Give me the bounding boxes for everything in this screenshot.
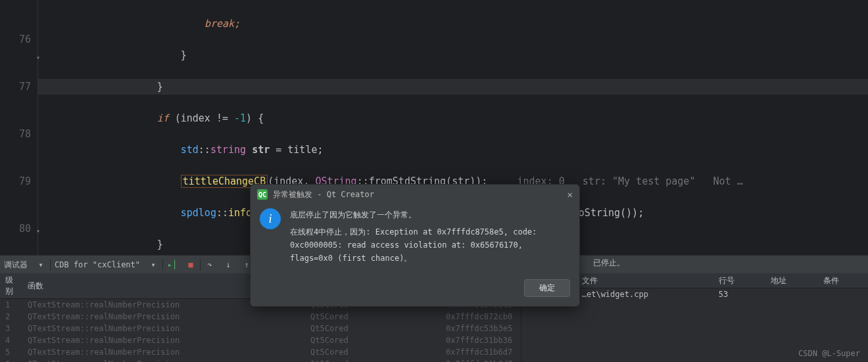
dialog-message: 底层停止了因为它触发了一个异常。 在线程4中停止，因为: Exception a…	[290, 208, 570, 265]
step-into-icon[interactable]: ↓	[219, 260, 237, 269]
stack-frame[interactable]: 2QTextStream::realNumberPrecisionQt5Core…	[0, 311, 519, 323]
continue-icon[interactable]: ▸⎮	[163, 260, 181, 269]
stack-frame[interactable]: 4QTextStream::realNumberPrecisionQt5Core…	[0, 334, 519, 346]
stack-frame[interactable]: 6QTextStream::realNumberPrecisionQt5Core…	[0, 358, 519, 362]
watermark: CSDN @L-Super	[798, 349, 860, 358]
stack-frame[interactable]: 5QTextStream::realNumberPrecisionQt5Core…	[0, 346, 519, 358]
debugger-combo[interactable]: CDB for "cxClient"	[51, 260, 144, 269]
col-file[interactable]: 文件	[574, 273, 711, 288]
qtcreator-icon: QC	[257, 189, 268, 200]
line-number: 77	[0, 79, 31, 95]
debugger-label: 调试器	[0, 260, 32, 271]
step-over-icon[interactable]: ↷	[201, 260, 219, 269]
dialog-title: 异常被触发 - Qt Creator	[273, 189, 374, 200]
line-number: 79▾	[0, 173, 31, 189]
chevron-down-icon[interactable]: ▾	[32, 260, 50, 269]
exception-dialog: QC 异常被触发 - Qt Creator ✕ i 底层停止了因为它触发了一个异…	[250, 184, 580, 307]
chevron-down-icon[interactable]: ▾	[144, 260, 162, 269]
col-addr[interactable]: 地址	[763, 273, 815, 288]
line-number: 76	[0, 32, 31, 47]
col-cond[interactable]: 条件	[815, 273, 868, 288]
stack-frame[interactable]: 3QTextStream::realNumberPrecisionQt5Core…	[0, 323, 519, 334]
close-icon[interactable]: ✕	[567, 189, 573, 200]
keyword: if	[157, 112, 169, 124]
line-number: 80	[0, 221, 31, 237]
line-gutter: 76 77 78 79▾ 80 81 82 83 84 85 86 87 88 …	[0, 0, 38, 255]
col-level[interactable]: 级别	[0, 273, 22, 299]
keyword: break;	[205, 18, 240, 30]
dialog-titlebar[interactable]: QC 异常被触发 - Qt Creator ✕	[251, 185, 579, 204]
debugger-status: 已停止。	[593, 258, 625, 269]
stop-icon[interactable]: ■	[181, 260, 200, 269]
info-icon: i	[260, 208, 281, 229]
line-number: 78	[0, 126, 31, 142]
col-line[interactable]: 行号	[711, 273, 763, 288]
ok-button[interactable]: 确定	[524, 279, 570, 297]
